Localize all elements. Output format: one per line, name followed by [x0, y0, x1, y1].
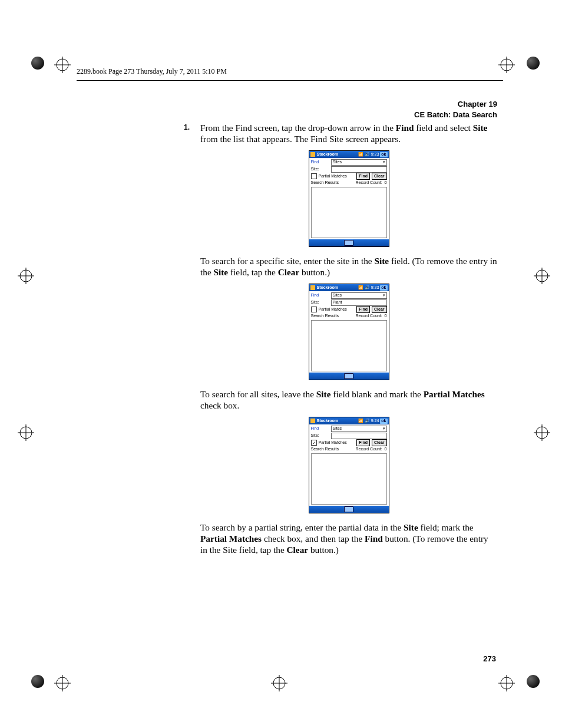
find-dropdown-value: Sites	[333, 160, 342, 165]
partial-matches-label: Partial Matches	[319, 174, 347, 179]
chevron-down-icon: ▾	[383, 160, 385, 165]
clock: 9:23	[371, 285, 379, 291]
pda-bottombar	[309, 373, 389, 380]
speaker-icon: 🔊	[365, 419, 370, 424]
signal-icon: 📶	[358, 419, 363, 424]
header-text: 2289.book Page 273 Thursday, July 7, 201…	[77, 67, 227, 75]
find-button[interactable]: Find	[356, 306, 370, 313]
pda-titlebar: Stockroom 📶 🔊 9:23 ok	[309, 151, 389, 158]
keyboard-icon[interactable]	[344, 240, 353, 246]
site-input[interactable]	[331, 166, 387, 173]
partial-matches-checkbox[interactable]: ✓	[311, 440, 317, 446]
clear-button[interactable]: Clear	[372, 173, 387, 180]
registration-dot	[527, 57, 540, 70]
record-count-value: 0	[385, 447, 387, 451]
signal-icon: 📶	[358, 285, 363, 291]
partial-matches-checkbox[interactable]	[311, 307, 317, 312]
page-number: 273	[483, 654, 496, 663]
record-count-label: Record Count:	[356, 447, 382, 451]
find-dropdown[interactable]: Sites ▾	[331, 426, 387, 432]
find-label: Find	[311, 160, 331, 165]
keyboard-icon[interactable]	[344, 373, 353, 379]
instruction-paragraph-1: From the Find screen, tap the drop-down …	[200, 122, 497, 144]
find-label: Find	[311, 293, 331, 298]
screenshot-find-site-partial: Stockroom 📶 🔊 9:24 ok Find Sites ▾ Site:	[309, 417, 389, 513]
pda-status-icons: 📶 🔊 9:23 ok	[358, 152, 388, 157]
app-icon	[310, 285, 315, 290]
results-panel	[311, 320, 387, 371]
find-dropdown[interactable]: Sites ▾	[331, 292, 387, 299]
ok-button[interactable]: ok	[380, 285, 387, 291]
find-dropdown[interactable]: Sites ▾	[331, 159, 387, 166]
site-input[interactable]	[331, 433, 387, 439]
pda-status-icons: 📶 🔊 9:23 ok	[358, 285, 388, 291]
pda-title: Stockroom	[317, 152, 339, 157]
site-input[interactable]: Plant	[331, 299, 387, 306]
running-header: 2289.book Page 273 Thursday, July 7, 201…	[77, 67, 503, 78]
pda-bottombar	[309, 239, 389, 246]
screenshot-find-site-plant: Stockroom 📶 🔊 9:23 ok Find Sites ▾ Site:…	[309, 284, 389, 380]
pda-title: Stockroom	[317, 285, 339, 291]
chapter-number: Chapter 19	[414, 99, 497, 110]
partial-matches-label: Partial Matches	[319, 440, 347, 446]
find-dropdown-value: Sites	[333, 293, 342, 298]
find-label: Find	[311, 426, 331, 431]
pda-bottombar	[309, 506, 389, 513]
pda-status-icons: 📶 🔊 9:24 ok	[358, 419, 388, 424]
clock: 9:23	[371, 152, 379, 157]
pda-titlebar: Stockroom 📶 🔊 9:24 ok	[309, 417, 389, 424]
page-content: 1. From the Find screen, tap the drop-do…	[200, 122, 497, 561]
site-label: Site:	[311, 433, 331, 439]
signal-icon: 📶	[358, 152, 363, 157]
speaker-icon: 🔊	[365, 152, 370, 157]
search-results-label: Search Results	[311, 180, 339, 186]
record-count-value: 0	[385, 180, 387, 185]
crop-mark-icon	[18, 424, 34, 441]
record-count-label: Record Count:	[356, 180, 382, 185]
results-panel	[311, 187, 387, 238]
keyboard-icon[interactable]	[344, 506, 353, 512]
chevron-down-icon: ▾	[383, 426, 385, 431]
ok-button[interactable]: ok	[380, 152, 387, 157]
pda-title: Stockroom	[317, 419, 339, 424]
clear-button[interactable]: Clear	[372, 439, 387, 446]
instruction-paragraph-2: To search for a specific site, enter the…	[200, 255, 497, 278]
find-button[interactable]: Find	[356, 173, 370, 180]
partial-matches-checkbox[interactable]	[311, 173, 317, 179]
crop-mark-icon	[271, 675, 287, 691]
registration-dot	[31, 57, 44, 70]
chapter-header: Chapter 19 CE Batch: Data Search	[414, 99, 497, 120]
app-icon	[310, 419, 315, 423]
clear-button[interactable]: Clear	[372, 306, 387, 313]
results-panel	[311, 453, 387, 505]
find-button[interactable]: Find	[356, 439, 370, 446]
find-dropdown-value: Sites	[333, 426, 342, 431]
partial-matches-label: Partial Matches	[319, 307, 347, 312]
clock: 9:24	[371, 419, 379, 424]
record-count-value: 0	[385, 314, 387, 318]
step-number: 1.	[184, 123, 190, 132]
search-results-label: Search Results	[311, 447, 339, 452]
crop-mark-icon	[534, 268, 550, 284]
chevron-down-icon: ▾	[383, 293, 385, 298]
crop-mark-icon	[18, 268, 34, 284]
registration-dot	[527, 675, 540, 688]
record-count-label: Record Count:	[356, 314, 382, 318]
ok-button[interactable]: ok	[380, 419, 387, 424]
instruction-paragraph-4: To search by a partial string, enter the…	[200, 522, 497, 555]
crop-mark-icon	[498, 675, 515, 691]
crop-mark-icon	[54, 57, 71, 73]
app-icon	[310, 152, 315, 157]
crop-mark-icon	[534, 424, 550, 441]
instruction-paragraph-3: To search for all sites, leave the Site …	[200, 388, 497, 411]
speaker-icon: 🔊	[365, 285, 370, 291]
checkmark-icon: ✓	[312, 441, 316, 445]
pda-titlebar: Stockroom 📶 🔊 9:23 ok	[309, 284, 389, 291]
screenshot-find-site-empty: Stockroom 📶 🔊 9:23 ok Find Sites ▾ Site:	[309, 150, 389, 247]
site-label: Site:	[311, 167, 331, 172]
search-results-label: Search Results	[311, 314, 339, 319]
site-label: Site:	[311, 300, 331, 305]
chapter-title: CE Batch: Data Search	[414, 110, 497, 120]
crop-mark-icon	[54, 675, 71, 691]
registration-dot	[31, 675, 44, 688]
